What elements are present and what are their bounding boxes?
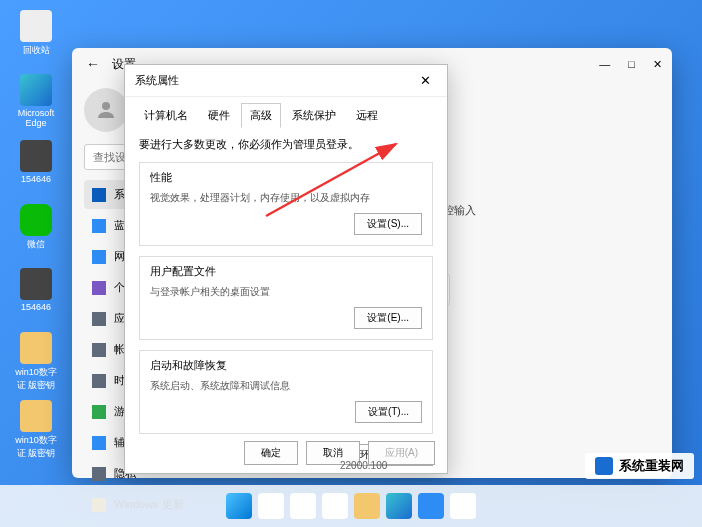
desktop-icon-edge[interactable]: Microsoft Edge	[12, 74, 60, 128]
group-settings-button-1[interactable]: 设置(E)...	[354, 307, 422, 329]
group-2: 启动和故障恢复系统启动、系统故障和调试信息设置(T)...	[139, 350, 433, 434]
watermark-text: 系统重装网	[619, 457, 684, 475]
desktop-icon-154646a[interactable]: 154646	[12, 140, 60, 184]
nav-icon	[92, 312, 106, 326]
avatar	[84, 88, 128, 132]
person-icon	[94, 98, 118, 122]
group-title: 用户配置文件	[150, 265, 422, 279]
system-properties-dialog: 系统属性 ✕ 计算机名硬件高级系统保护远程 要进行大多数更改，你必须作为管理员登…	[124, 64, 448, 474]
tab-4[interactable]: 远程	[347, 103, 387, 128]
group-settings-button-2[interactable]: 设置(T)...	[355, 401, 422, 423]
watermark: 系统重装网	[585, 453, 694, 479]
tab-0[interactable]: 计算机名	[135, 103, 197, 128]
watermark-logo-icon	[595, 457, 613, 475]
taskbar-app[interactable]	[450, 493, 476, 519]
tab-2[interactable]: 高级	[241, 103, 281, 128]
maximize-button[interactable]: □	[628, 58, 635, 71]
nav-icon	[92, 343, 106, 357]
desktop-icon-wechat[interactable]: 微信	[12, 204, 60, 251]
nav-icon	[92, 219, 106, 233]
nav-icon	[92, 250, 106, 264]
nav-icon	[92, 281, 106, 295]
group-desc: 视觉效果，处理器计划，内存使用，以及虚拟内存	[150, 191, 422, 205]
desktop-icon-recycle[interactable]: 回收站	[12, 10, 60, 57]
nav-icon	[92, 467, 106, 481]
tab-1[interactable]: 硬件	[199, 103, 239, 128]
group-1: 用户配置文件与登录帐户相关的桌面设置设置(E)...	[139, 256, 433, 340]
taskbar	[0, 485, 702, 527]
svg-point-0	[102, 102, 110, 110]
nav-icon	[92, 436, 106, 450]
start-button[interactable]	[226, 493, 252, 519]
taskbar-widgets[interactable]	[322, 493, 348, 519]
nav-icon	[92, 405, 106, 419]
ok-button[interactable]: 确定	[244, 441, 298, 465]
taskbar-explorer[interactable]	[354, 493, 380, 519]
sysprops-title: 系统属性	[135, 73, 179, 88]
taskbar-edge[interactable]	[386, 493, 412, 519]
build-number: 22000.100	[340, 460, 387, 471]
admin-hint: 要进行大多数更改，你必须作为管理员登录。	[139, 138, 433, 152]
taskbar-taskview[interactable]	[290, 493, 316, 519]
nav-icon	[92, 188, 106, 202]
group-0: 性能视觉效果，处理器计划，内存使用，以及虚拟内存设置(S)...	[139, 162, 433, 246]
back-button[interactable]: ←	[82, 52, 104, 76]
nav-icon	[92, 374, 106, 388]
taskbar-search[interactable]	[258, 493, 284, 519]
minimize-button[interactable]: —	[599, 58, 610, 71]
desktop-icon-folder-b[interactable]: win10数字证 版密钥	[12, 400, 60, 460]
close-button[interactable]: ✕	[653, 58, 662, 71]
taskbar-store[interactable]	[418, 493, 444, 519]
tab-3[interactable]: 系统保护	[283, 103, 345, 128]
desktop-icon-154646b[interactable]: 154646	[12, 268, 60, 312]
sysprops-close-button[interactable]: ✕	[414, 71, 437, 90]
desktop-icon-folder-a[interactable]: win10数字证 版密钥	[12, 332, 60, 392]
sysprops-tabs: 计算机名硬件高级系统保护远程	[125, 97, 447, 128]
group-desc: 系统启动、系统故障和调试信息	[150, 379, 422, 393]
group-title: 性能	[150, 171, 422, 185]
group-settings-button-0[interactable]: 设置(S)...	[354, 213, 422, 235]
group-title: 启动和故障恢复	[150, 359, 422, 373]
group-desc: 与登录帐户相关的桌面设置	[150, 285, 422, 299]
